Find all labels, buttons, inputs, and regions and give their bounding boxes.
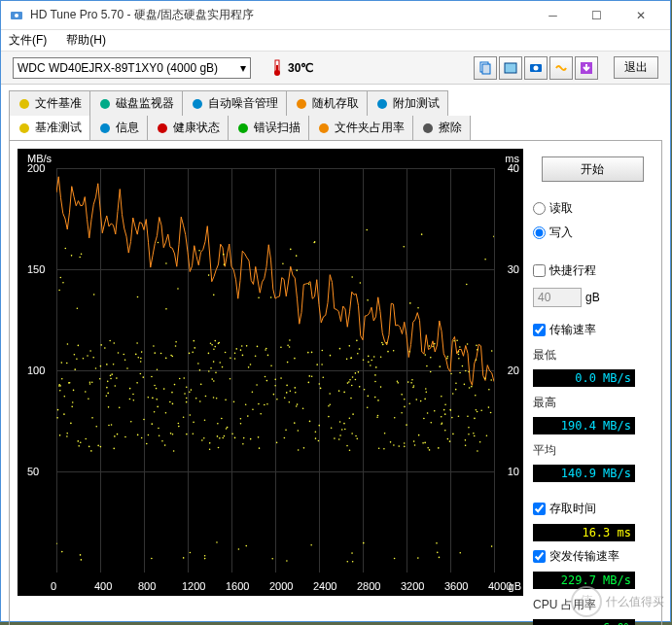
svg-point-173 (338, 390, 340, 392)
svg-point-244 (315, 431, 317, 433)
svg-point-28 (413, 440, 415, 442)
drive-selector[interactable]: WDC WD40EJRX-89T1XY0 (4000 gB) ▾ (13, 57, 251, 79)
svg-point-425 (367, 299, 369, 301)
svg-point-120 (235, 348, 237, 350)
svg-point-364 (190, 552, 192, 554)
svg-point-489 (404, 399, 406, 400)
svg-point-440 (214, 346, 216, 348)
side-panel: 开始 读取 写入 快捷行程 gB 传输速率 最低 0.0 MB/s 最高 190… (531, 149, 654, 625)
svg-point-402 (302, 407, 304, 409)
svg-point-181 (359, 386, 361, 388)
svg-point-200 (107, 381, 109, 383)
svg-point-149 (199, 369, 201, 371)
svg-point-37 (245, 403, 247, 405)
tab-磁盘监视器[interactable]: 磁盘监视器 (89, 90, 183, 116)
access-time-checkbox[interactable]: 存取时间 (533, 500, 652, 518)
svg-point-502 (100, 365, 102, 367)
menu-file[interactable]: 文件(F) (5, 30, 51, 51)
svg-point-278 (71, 255, 73, 257)
svg-point-110 (384, 433, 386, 434)
copy-info-button[interactable] (474, 56, 497, 80)
svg-point-337 (360, 282, 362, 284)
minimize-button[interactable]: ─ (531, 1, 575, 29)
temperature-display: 30℃ (270, 59, 313, 77)
svg-point-219 (104, 347, 106, 349)
svg-point-469 (444, 430, 446, 432)
copy-screenshot-button[interactable] (499, 56, 522, 80)
tab-信息[interactable]: 信息 (89, 116, 148, 140)
tab-文件基准[interactable]: 文件基准 (9, 90, 90, 116)
tab-自动噪音管理[interactable]: 自动噪音管理 (182, 90, 287, 116)
tab-擦除[interactable]: 擦除 (412, 116, 471, 140)
svg-point-223 (417, 557, 419, 559)
short-stroke-checkbox[interactable]: 快捷行程 (533, 261, 652, 280)
svg-point-518 (438, 447, 440, 449)
svg-point-289 (265, 376, 266, 378)
svg-point-426 (479, 441, 481, 443)
svg-point-80 (113, 342, 115, 344)
svg-point-13 (193, 99, 202, 109)
tab-健康状态[interactable]: 健康状态 (147, 116, 229, 140)
svg-point-356 (194, 347, 195, 349)
svg-point-96 (59, 390, 61, 392)
svg-point-1 (15, 14, 18, 17)
close-button[interactable]: ✕ (619, 1, 662, 29)
svg-point-44 (137, 434, 139, 436)
svg-point-491 (484, 377, 486, 379)
svg-point-309 (141, 437, 143, 439)
svg-point-370 (204, 558, 206, 560)
write-radio[interactable]: 写入 (533, 224, 652, 242)
svg-point-39 (352, 376, 354, 378)
svg-point-184 (311, 376, 313, 378)
exit-button[interactable]: 退出 (614, 56, 658, 79)
options-button[interactable] (549, 56, 573, 80)
tab-随机存取[interactable]: 随机存取 (286, 90, 368, 116)
start-button[interactable]: 开始 (542, 156, 644, 182)
tab-基准测试[interactable]: 基准测试 (9, 116, 90, 140)
svg-point-365 (234, 358, 236, 360)
svg-point-102 (67, 343, 69, 345)
svg-point-197 (411, 379, 413, 381)
tab-附加测试[interactable]: 附加测试 (367, 90, 448, 116)
svg-point-439 (108, 425, 110, 427)
svg-point-88 (286, 392, 288, 394)
svg-point-217 (363, 359, 365, 361)
svg-point-33 (273, 394, 275, 396)
maximize-button[interactable]: ☐ (575, 1, 619, 29)
svg-point-321 (245, 545, 247, 547)
transfer-rate-checkbox[interactable]: 传输速率 (533, 321, 652, 339)
svg-point-433 (89, 350, 91, 352)
min-value: 0.0 MB/s (533, 369, 635, 387)
tab-文件夹占用率[interactable]: 文件夹占用率 (308, 116, 413, 140)
svg-point-467 (247, 415, 249, 417)
save-screenshot-button[interactable] (524, 56, 548, 80)
avg-value: 140.9 MB/s (533, 465, 635, 482)
svg-point-430 (80, 441, 82, 443)
svg-point-112 (213, 361, 215, 363)
svg-point-252 (430, 357, 432, 359)
svg-point-93 (59, 434, 61, 436)
svg-point-480 (452, 393, 454, 395)
svg-point-297 (414, 444, 416, 446)
svg-point-189 (318, 383, 320, 385)
burst-checkbox[interactable]: 突发传输速率 (533, 547, 652, 566)
svg-point-79 (294, 358, 296, 360)
stroke-spinner[interactable] (533, 288, 582, 307)
svg-point-67 (449, 440, 451, 442)
svg-point-474 (126, 367, 128, 369)
svg-point-260 (146, 443, 148, 445)
save-button[interactable] (575, 56, 598, 80)
svg-point-36 (377, 399, 379, 401)
svg-point-124 (186, 386, 188, 388)
svg-point-175 (62, 282, 64, 284)
svg-point-18 (158, 123, 167, 133)
svg-point-346 (148, 434, 150, 436)
svg-point-451 (183, 377, 185, 379)
tab-错误扫描[interactable]: 错误扫描 (228, 116, 309, 140)
svg-point-70 (209, 442, 211, 444)
svg-point-418 (66, 433, 68, 434)
chevron-down-icon: ▾ (240, 61, 246, 75)
menu-help[interactable]: 帮助(H) (62, 30, 110, 51)
read-radio[interactable]: 读取 (533, 199, 652, 218)
svg-point-396 (378, 447, 380, 449)
